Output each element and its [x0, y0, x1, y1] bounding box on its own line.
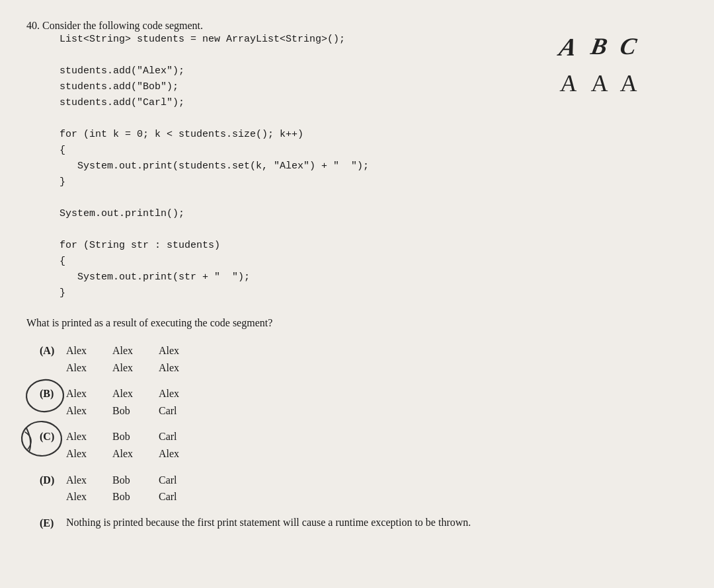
option-d-val1: Alex: [66, 472, 112, 489]
option-a-val2: Alex: [112, 342, 159, 359]
option-d-label: (D): [40, 472, 66, 488]
code-line-10: }: [60, 174, 688, 190]
svg-point-6: [25, 379, 65, 414]
question-container: 40. Consider the following code segment.…: [26, 20, 688, 531]
option-b-grid: Alex Alex Alex Alex Bob Carl: [66, 385, 205, 419]
option-d-val4: Alex: [66, 488, 112, 505]
code-line-15: {: [60, 254, 688, 270]
code-line-16: System.out.print(str + " ");: [60, 270, 688, 285]
option-c-val6: Alex: [159, 445, 205, 462]
option-a-val6: Alex: [159, 359, 205, 377]
option-c: (C) Alex Bob Carl Alex Alex Alex: [40, 428, 688, 462]
option-c-grid: Alex Bob Carl Alex Alex Alex: [66, 428, 205, 462]
option-c-label: (C): [40, 428, 66, 445]
question-number: 40.: [26, 20, 40, 31]
question-header: 40. Consider the following code segment.: [26, 20, 688, 32]
answer-section: (A) Alex Alex Alex Alex Alex Alex (B) Al…: [40, 342, 688, 531]
option-c-val3: Carl: [159, 428, 205, 445]
option-e-text: Nothing is printed because the first pri…: [66, 515, 471, 531]
question-intro: Consider the following code segment.: [42, 20, 203, 31]
option-e: (E) Nothing is printed because the first…: [40, 515, 688, 531]
option-a-val1: Alex: [66, 342, 112, 359]
svg-point-7: [21, 421, 63, 457]
code-line-blank-2: [60, 111, 688, 127]
option-c-val5: Alex: [112, 445, 159, 462]
option-a-val5: Alex: [112, 359, 159, 377]
option-a-val4: Alex: [66, 359, 112, 377]
circle-b-icon: [25, 381, 71, 413]
option-b-label: (B): [40, 385, 66, 402]
option-a-grid: Alex Alex Alex Alex Alex Alex: [66, 342, 205, 376]
option-b: (B) Alex Alex Alex Alex Bob Carl: [40, 385, 688, 419]
code-line-blank-4: [60, 222, 688, 238]
code-section: List<String> students = new ArrayList<St…: [26, 32, 688, 301]
option-b-val2: Alex: [112, 385, 159, 402]
option-a-label: (A): [40, 342, 66, 359]
option-b-val6: Carl: [159, 402, 205, 420]
svg-text:A: A: [559, 70, 593, 96]
code-line-12: System.out.println();: [60, 206, 688, 222]
question-text: What is printed as a result of executing…: [26, 317, 688, 329]
annotation-row2: A A A: [562, 67, 648, 100]
handwritten-annotation: A B C A A A: [562, 32, 648, 100]
option-d-val3: Carl: [159, 472, 205, 489]
option-c-val2: Bob: [112, 428, 159, 445]
option-a: (A) Alex Alex Alex Alex Alex Alex: [40, 342, 688, 376]
option-d-grid: Alex Bob Carl Alex Bob Carl: [66, 472, 205, 505]
code-line-14: for (String str : students): [60, 238, 688, 254]
option-b-val1: Alex: [66, 385, 112, 402]
circle-c-icon: [20, 423, 73, 457]
annotation-row1: A B C: [561, 32, 649, 65]
code-line-7: for (int k = 0; k < students.size(); k++…: [60, 127, 688, 143]
option-b-val3: Alex: [159, 385, 205, 402]
option-b-val5: Bob: [112, 402, 159, 420]
option-d-val2: Bob: [112, 472, 159, 489]
code-line-9: System.out.print(students.set(k, "Alex")…: [60, 159, 688, 174]
option-e-label: (E): [40, 515, 66, 531]
option-c-val1: Alex: [66, 428, 112, 445]
option-d-val6: Carl: [159, 488, 205, 505]
code-line-blank-3: [60, 190, 688, 206]
code-line-8: {: [60, 143, 688, 159]
svg-text:A: A: [619, 70, 653, 96]
svg-text:C: C: [618, 33, 654, 59]
option-c-val4: Alex: [66, 445, 112, 462]
code-line-17: }: [60, 285, 688, 301]
svg-text:A: A: [590, 70, 624, 96]
option-b-val4: Alex: [66, 402, 112, 420]
option-d-val5: Bob: [112, 488, 159, 505]
option-a-val3: Alex: [159, 342, 205, 359]
option-d: (D) Alex Bob Carl Alex Bob Carl: [40, 472, 688, 505]
